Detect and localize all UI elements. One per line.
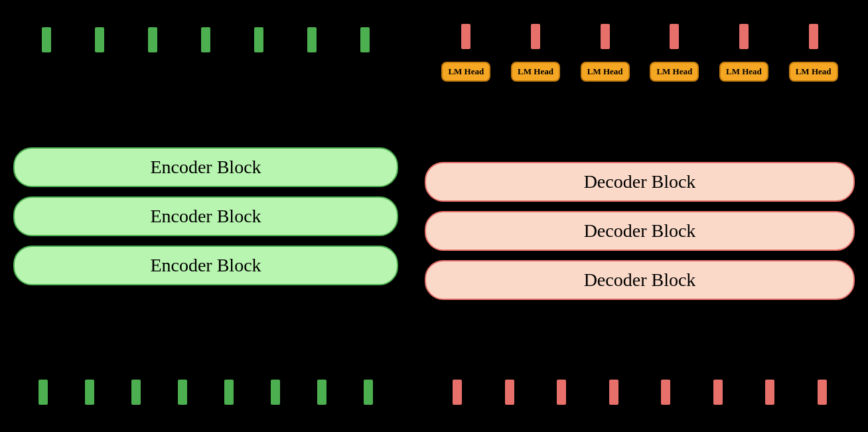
decoder-bottom-token-2 bbox=[505, 380, 514, 405]
lm-head-5: LM Head bbox=[719, 62, 768, 82]
lm-head-2: LM Head bbox=[511, 62, 560, 82]
encoder-top-token-4 bbox=[201, 27, 210, 52]
encoder-top-token-6 bbox=[307, 27, 317, 52]
diagram-container: Encoder Block Encoder Block Encoder Bloc… bbox=[0, 0, 868, 432]
encoder-bottom-token-6 bbox=[271, 380, 280, 405]
decoder-top-token-4 bbox=[670, 24, 679, 49]
encoder-blocks: Encoder Block Encoder Block Encoder Bloc… bbox=[13, 60, 398, 372]
encoder-bottom-token-4 bbox=[178, 380, 187, 405]
decoder-bottom-token-8 bbox=[818, 380, 827, 405]
encoder-bottom-tokens bbox=[13, 372, 398, 412]
decoder-bottom-token-6 bbox=[713, 380, 723, 405]
encoder-block-1: Encoder Block bbox=[13, 147, 398, 187]
encoder-bottom-token-3 bbox=[131, 380, 141, 405]
lm-head-row: LM Head LM Head LM Head LM Head LM Head … bbox=[425, 53, 855, 90]
encoder-bottom-token-8 bbox=[364, 380, 373, 405]
decoder-bottom-token-4 bbox=[609, 380, 618, 405]
decoder-top-token-1 bbox=[461, 24, 470, 49]
decoder-block-1: Decoder Block bbox=[425, 162, 855, 202]
decoder-top-tokens bbox=[425, 20, 855, 53]
encoder-side: Encoder Block Encoder Block Encoder Bloc… bbox=[0, 0, 411, 432]
encoder-top-token-7 bbox=[360, 27, 370, 52]
decoder-top-token-6 bbox=[809, 24, 818, 49]
encoder-top-token-3 bbox=[148, 27, 157, 52]
decoder-top-token-5 bbox=[739, 24, 749, 49]
encoder-bottom-token-1 bbox=[38, 380, 48, 405]
encoder-top-tokens bbox=[13, 20, 398, 60]
encoder-block-3: Encoder Block bbox=[13, 246, 398, 285]
decoder-block-3: Decoder Block bbox=[425, 260, 855, 300]
decoder-top-token-2 bbox=[531, 24, 540, 49]
lm-head-3: LM Head bbox=[581, 62, 630, 82]
decoder-bottom-token-1 bbox=[453, 380, 462, 405]
decoder-bottom-tokens bbox=[425, 372, 855, 412]
lm-head-4: LM Head bbox=[650, 62, 699, 82]
decoder-side: LM Head LM Head LM Head LM Head LM Head … bbox=[411, 0, 868, 432]
decoder-bottom-token-7 bbox=[765, 380, 774, 405]
decoder-blocks: Decoder Block Decoder Block Decoder Bloc… bbox=[425, 90, 855, 372]
lm-head-6: LM Head bbox=[789, 62, 838, 82]
decoder-block-2: Decoder Block bbox=[425, 211, 855, 251]
encoder-top-token-5 bbox=[254, 27, 263, 52]
encoder-block-2: Encoder Block bbox=[13, 196, 398, 236]
encoder-bottom-token-7 bbox=[317, 380, 326, 405]
encoder-top-token-1 bbox=[42, 27, 51, 52]
decoder-bottom-token-5 bbox=[661, 380, 670, 405]
decoder-top-token-3 bbox=[601, 24, 610, 49]
lm-head-1: LM Head bbox=[441, 62, 490, 82]
decoder-bottom-token-3 bbox=[557, 380, 566, 405]
encoder-top-token-2 bbox=[95, 27, 104, 52]
encoder-bottom-token-2 bbox=[85, 380, 94, 405]
encoder-bottom-token-5 bbox=[224, 380, 234, 405]
